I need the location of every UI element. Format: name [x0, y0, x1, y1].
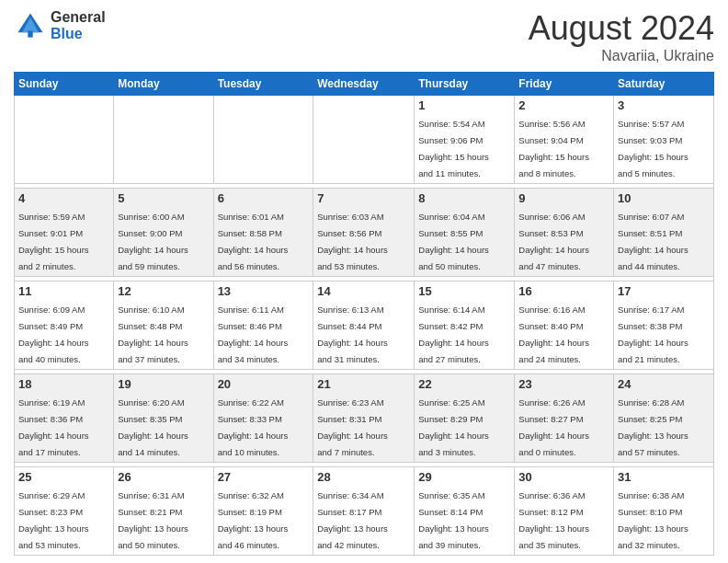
- day-info: Sunrise: 5:56 AM Sunset: 9:04 PM Dayligh…: [518, 119, 589, 178]
- calendar-location: Navariia, Ukraine: [529, 48, 714, 64]
- week-row-5: 25Sunrise: 6:29 AM Sunset: 8:23 PM Dayli…: [15, 467, 714, 556]
- day-number: 29: [418, 470, 510, 484]
- day-number: 22: [418, 377, 510, 391]
- day-number: 11: [18, 284, 109, 298]
- day-number: 3: [618, 98, 710, 112]
- day-cell: 27Sunrise: 6:32 AM Sunset: 8:19 PM Dayli…: [213, 467, 313, 556]
- logo: General Blue: [14, 9, 106, 42]
- day-info: Sunrise: 6:34 AM Sunset: 8:17 PM Dayligh…: [317, 490, 388, 550]
- col-header-sunday: Sunday: [15, 73, 114, 96]
- day-cell: 31Sunrise: 6:38 AM Sunset: 8:10 PM Dayli…: [614, 467, 714, 556]
- day-info: Sunrise: 6:23 AM Sunset: 8:31 PM Dayligh…: [317, 397, 388, 457]
- col-header-monday: Monday: [114, 73, 213, 96]
- day-cell: 17Sunrise: 6:17 AM Sunset: 8:38 PM Dayli…: [614, 282, 714, 370]
- col-header-wednesday: Wednesday: [313, 73, 415, 96]
- day-info: Sunrise: 6:29 AM Sunset: 8:23 PM Dayligh…: [18, 490, 89, 550]
- col-header-tuesday: Tuesday: [213, 73, 313, 96]
- title-block: August 2024 Navariia, Ukraine: [529, 9, 714, 64]
- day-cell: 11Sunrise: 6:09 AM Sunset: 8:49 PM Dayli…: [15, 282, 114, 370]
- day-info: Sunrise: 6:32 AM Sunset: 8:19 PM Dayligh…: [218, 490, 289, 550]
- day-cell: [114, 96, 213, 184]
- day-cell: 29Sunrise: 6:35 AM Sunset: 8:14 PM Dayli…: [415, 467, 515, 556]
- day-number: 26: [118, 470, 209, 484]
- day-number: 6: [218, 191, 310, 205]
- day-info: Sunrise: 6:35 AM Sunset: 8:14 PM Dayligh…: [418, 490, 489, 550]
- day-info: Sunrise: 6:26 AM Sunset: 8:27 PM Dayligh…: [518, 397, 589, 457]
- day-number: 21: [317, 377, 410, 391]
- day-number: 18: [18, 377, 109, 391]
- week-row-4: 18Sunrise: 6:19 AM Sunset: 8:36 PM Dayli…: [15, 374, 714, 463]
- day-cell: 18Sunrise: 6:19 AM Sunset: 8:36 PM Dayli…: [15, 374, 114, 463]
- day-number: 17: [618, 284, 710, 298]
- day-cell: [15, 96, 114, 184]
- day-cell: 25Sunrise: 6:29 AM Sunset: 8:23 PM Dayli…: [15, 467, 114, 556]
- day-number: 27: [218, 470, 310, 484]
- day-info: Sunrise: 6:03 AM Sunset: 8:56 PM Dayligh…: [317, 212, 388, 271]
- day-cell: 26Sunrise: 6:31 AM Sunset: 8:21 PM Dayli…: [114, 467, 213, 556]
- logo-text: General Blue: [51, 9, 106, 41]
- day-cell: 1Sunrise: 5:54 AM Sunset: 9:06 PM Daylig…: [415, 96, 515, 184]
- day-cell: 30Sunrise: 6:36 AM Sunset: 8:12 PM Dayli…: [515, 467, 614, 556]
- day-number: 4: [18, 191, 109, 205]
- day-info: Sunrise: 5:54 AM Sunset: 9:06 PM Dayligh…: [418, 119, 489, 178]
- day-info: Sunrise: 6:04 AM Sunset: 8:55 PM Dayligh…: [418, 212, 489, 271]
- day-number: 9: [518, 191, 609, 205]
- day-info: Sunrise: 6:38 AM Sunset: 8:10 PM Dayligh…: [618, 490, 688, 550]
- day-cell: 22Sunrise: 6:25 AM Sunset: 8:29 PM Dayli…: [415, 374, 515, 463]
- calendar-table: Sunday Monday Tuesday Wednesday Thursday…: [14, 72, 714, 556]
- week-row-2: 4Sunrise: 5:59 AM Sunset: 9:01 PM Daylig…: [15, 189, 714, 277]
- day-number: 20: [218, 377, 310, 391]
- day-cell: 16Sunrise: 6:16 AM Sunset: 8:40 PM Dayli…: [515, 282, 614, 370]
- day-cell: 7Sunrise: 6:03 AM Sunset: 8:56 PM Daylig…: [313, 189, 415, 277]
- day-cell: [213, 96, 313, 184]
- day-info: Sunrise: 6:10 AM Sunset: 8:48 PM Dayligh…: [118, 304, 188, 364]
- day-info: Sunrise: 6:31 AM Sunset: 8:21 PM Dayligh…: [118, 490, 188, 550]
- day-info: Sunrise: 5:57 AM Sunset: 9:03 PM Dayligh…: [618, 119, 688, 178]
- day-number: 14: [317, 284, 410, 298]
- day-cell: 4Sunrise: 5:59 AM Sunset: 9:01 PM Daylig…: [15, 189, 114, 277]
- day-cell: 13Sunrise: 6:11 AM Sunset: 8:46 PM Dayli…: [213, 282, 313, 370]
- day-cell: 12Sunrise: 6:10 AM Sunset: 8:48 PM Dayli…: [114, 282, 213, 370]
- day-info: Sunrise: 6:06 AM Sunset: 8:53 PM Dayligh…: [518, 212, 589, 271]
- day-cell: 24Sunrise: 6:28 AM Sunset: 8:25 PM Dayli…: [614, 374, 714, 463]
- logo-icon: [14, 9, 47, 42]
- day-number: 10: [618, 191, 710, 205]
- svg-rect-2: [28, 30, 32, 37]
- logo-blue-text: Blue: [51, 26, 106, 42]
- day-info: Sunrise: 6:07 AM Sunset: 8:51 PM Dayligh…: [618, 212, 688, 271]
- day-number: 15: [418, 284, 510, 298]
- day-number: 23: [518, 377, 609, 391]
- day-number: 24: [618, 377, 710, 391]
- day-number: 13: [218, 284, 310, 298]
- day-cell: 9Sunrise: 6:06 AM Sunset: 8:53 PM Daylig…: [515, 189, 614, 277]
- day-info: Sunrise: 6:13 AM Sunset: 8:44 PM Dayligh…: [317, 304, 388, 364]
- day-cell: 14Sunrise: 6:13 AM Sunset: 8:44 PM Dayli…: [313, 282, 415, 370]
- day-number: 5: [118, 191, 209, 205]
- col-header-thursday: Thursday: [415, 73, 515, 96]
- week-row-1: 1Sunrise: 5:54 AM Sunset: 9:06 PM Daylig…: [15, 96, 714, 184]
- day-info: Sunrise: 6:22 AM Sunset: 8:33 PM Dayligh…: [218, 397, 289, 457]
- day-info: Sunrise: 6:14 AM Sunset: 8:42 PM Dayligh…: [418, 304, 489, 364]
- day-cell: 23Sunrise: 6:26 AM Sunset: 8:27 PM Dayli…: [515, 374, 614, 463]
- day-info: Sunrise: 6:00 AM Sunset: 9:00 PM Dayligh…: [118, 212, 188, 271]
- calendar-header-row: Sunday Monday Tuesday Wednesday Thursday…: [15, 73, 714, 96]
- day-number: 25: [18, 470, 109, 484]
- day-number: 8: [418, 191, 510, 205]
- day-cell: 2Sunrise: 5:56 AM Sunset: 9:04 PM Daylig…: [515, 96, 614, 184]
- day-info: Sunrise: 6:16 AM Sunset: 8:40 PM Dayligh…: [518, 304, 589, 364]
- day-cell: 10Sunrise: 6:07 AM Sunset: 8:51 PM Dayli…: [614, 189, 714, 277]
- day-number: 2: [518, 98, 609, 112]
- day-info: Sunrise: 6:11 AM Sunset: 8:46 PM Dayligh…: [218, 304, 289, 364]
- day-info: Sunrise: 6:17 AM Sunset: 8:38 PM Dayligh…: [618, 304, 688, 364]
- day-info: Sunrise: 6:28 AM Sunset: 8:25 PM Dayligh…: [618, 397, 688, 457]
- day-info: Sunrise: 6:09 AM Sunset: 8:49 PM Dayligh…: [18, 304, 89, 364]
- logo-general-text: General: [51, 9, 106, 26]
- day-number: 28: [317, 470, 410, 484]
- page: General Blue August 2024 Navariia, Ukrai…: [0, 0, 728, 563]
- header: General Blue August 2024 Navariia, Ukrai…: [14, 9, 714, 64]
- col-header-friday: Friday: [515, 73, 614, 96]
- day-info: Sunrise: 6:25 AM Sunset: 8:29 PM Dayligh…: [418, 397, 489, 457]
- day-number: 16: [518, 284, 609, 298]
- day-cell: 8Sunrise: 6:04 AM Sunset: 8:55 PM Daylig…: [415, 189, 515, 277]
- day-cell: 6Sunrise: 6:01 AM Sunset: 8:58 PM Daylig…: [213, 189, 313, 277]
